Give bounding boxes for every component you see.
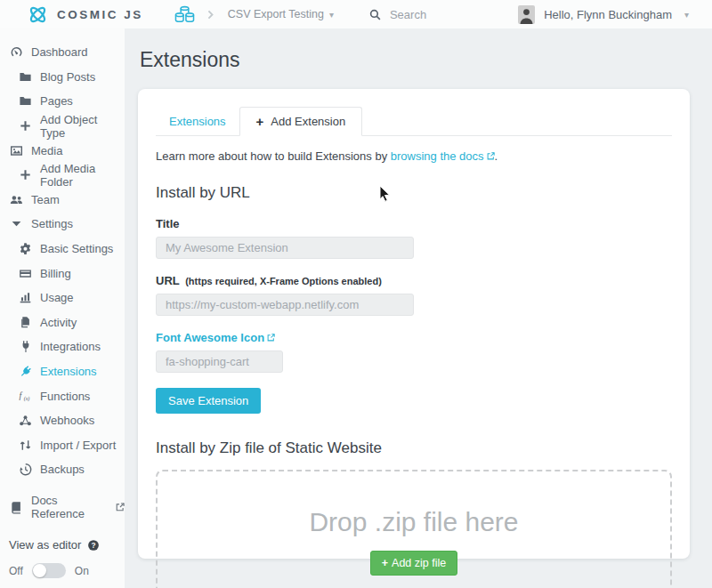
book-icon [9, 501, 23, 514]
editor-toggle-row: Off On [0, 563, 125, 578]
sidebar-item-blog-posts[interactable]: Blog Posts [0, 65, 125, 90]
intro-after: . [495, 149, 498, 163]
import-export-icon [18, 439, 32, 452]
sidebar-item-basic-settings[interactable]: Basic Settings [0, 237, 125, 262]
search-input[interactable] [388, 7, 495, 22]
install-zip-heading: Install by Zip file of Static Website [156, 439, 672, 457]
sidebar-item-extensions[interactable]: Extensions [0, 359, 125, 384]
users-icon [9, 193, 23, 206]
main-content: Extensions Extensions + Add Extension Le… [125, 28, 712, 588]
plus-icon [18, 119, 32, 133]
icon-input[interactable] [156, 350, 283, 373]
tab-add-extension[interactable]: + Add Extension [239, 107, 363, 136]
title-input[interactable] [156, 237, 414, 259]
bar-chart-icon [18, 291, 32, 304]
tab-label: Add Extension [271, 115, 345, 128]
cosmic-logo-icon [27, 4, 49, 26]
caret-down-icon: ▾ [684, 10, 689, 20]
sidebar-item-label: Functions [40, 390, 90, 403]
url-hint-text: (https required, X-Frame Options enabled… [185, 276, 382, 286]
svg-text:?: ? [92, 541, 96, 550]
sidebar-item-webhooks[interactable]: Webhooks [0, 408, 125, 433]
credit-card-icon [18, 267, 32, 280]
sidebar-item-label: Backups [40, 463, 85, 476]
url-label-main: URL [156, 274, 179, 287]
sidebar-item-label: Webhooks [40, 414, 94, 427]
save-extension-button[interactable]: Save Extension [156, 388, 261, 414]
bucket-selector[interactable]: CSV Export Testing ▾ [174, 5, 334, 24]
plug-icon [18, 340, 32, 353]
external-link-icon [116, 501, 125, 514]
docs-link[interactable]: browsing the docs [391, 149, 484, 163]
zip-drop-zone[interactable]: Drop .zip file here +Add zip file [156, 470, 672, 588]
url-input[interactable] [156, 294, 414, 316]
sidebar-item-label: Pages [40, 94, 73, 108]
question-circle-icon[interactable]: ? [87, 539, 100, 552]
sidebar-item-label: Team [31, 193, 60, 206]
sidebar-item-add-media-folder[interactable]: Add Media Folder [0, 163, 125, 188]
extensions-card: Extensions + Add Extension Learn more ab… [138, 89, 690, 559]
sidebar-item-pages[interactable]: Pages [0, 89, 125, 114]
plus-icon: + [256, 115, 264, 128]
sidebar-item-label: Settings [31, 217, 73, 230]
sidebar-item-label: Add Object Type [40, 113, 125, 140]
plug-angle-icon [18, 365, 32, 378]
sidebar-item-media[interactable]: Media [0, 138, 125, 163]
sidebar-item-label: Blog Posts [40, 70, 95, 84]
sidebar-item-dashboard[interactable]: Dashboard [0, 40, 125, 65]
sidebar-item-label: Import / Export [40, 439, 116, 452]
url-label: URL (https required, X-Frame Options ena… [156, 274, 672, 287]
font-awesome-link-row: Font Awesome Icon [156, 331, 672, 344]
sidebar-item-label: Integrations [40, 340, 101, 353]
brand-name: COSMIC JS [57, 8, 143, 21]
plus-icon: + [382, 557, 388, 569]
buckets-icon [174, 5, 196, 24]
sidebar-item-import-export[interactable]: Import / Export [0, 433, 125, 458]
dashboard-icon [9, 45, 23, 59]
tab-bar: Extensions + Add Extension [156, 107, 672, 136]
sidebar-item-label: Basic Settings [40, 242, 113, 255]
sidebar-item-functions[interactable]: f(x)Functions [0, 383, 125, 408]
top-bar: COSMIC JS CSV Export Testing ▾ Hello [0, 0, 712, 28]
chevron-right-icon [206, 10, 214, 20]
avatar [518, 5, 535, 24]
drop-zone-text: Drop .zip file here [309, 507, 518, 537]
sidebar-item-label: Billing [40, 267, 71, 280]
editor-toggle[interactable] [32, 563, 66, 578]
image-icon [9, 144, 23, 157]
bucket-name: CSV Export Testing [228, 8, 324, 20]
sidebar-item-billing[interactable]: Billing [0, 261, 125, 286]
sidebar-item-settings[interactable]: Settings [0, 212, 125, 237]
sidebar-item-add-object-type[interactable]: Add Object Type [0, 114, 125, 139]
sidebar-item-label: Usage [40, 291, 74, 304]
add-zip-file-button[interactable]: +Add zip file [370, 551, 457, 576]
external-link-icon [487, 149, 495, 163]
caret-down-icon [9, 217, 23, 230]
sidebar-item-team[interactable]: Team [0, 188, 125, 213]
toggle-knob [33, 564, 46, 577]
sidebar-item-usage[interactable]: Usage [0, 286, 125, 310]
sidebar-item-activity[interactable]: Activity [0, 310, 125, 335]
svg-text:(x): (x) [23, 396, 29, 402]
sidebar-item-label: Docs Reference [31, 494, 109, 520]
sidebar-item-label: Dashboard [31, 45, 88, 59]
caret-down-icon: ▾ [329, 10, 334, 20]
brand-logo[interactable]: COSMIC JS [27, 4, 143, 26]
folder-icon [18, 94, 32, 108]
sidebar-item-integrations[interactable]: Integrations [0, 334, 125, 359]
tab-extensions[interactable]: Extensions [156, 107, 239, 136]
external-link-icon [267, 331, 275, 344]
page-title: Extensions [140, 48, 690, 72]
user-menu[interactable]: Hello, Flynn Buckingham ▾ [518, 5, 689, 24]
font-awesome-link[interactable]: Font Awesome Icon [156, 331, 264, 344]
sidebar-item-backups[interactable]: Backups [0, 457, 125, 482]
search-icon [369, 9, 381, 20]
sidebar-nav: DashboardBlog PostsPagesAdd Object TypeM… [0, 40, 125, 482]
view-as-editor-row: View as editor ? [0, 538, 125, 552]
sidebar-item-docs-reference[interactable]: Docs Reference [0, 495, 125, 520]
intro-text: Learn more about how to build Extensions… [156, 149, 672, 163]
sidebar-item-label: Media [31, 144, 62, 157]
history-icon [18, 463, 32, 476]
sidebar-item-label: Extensions [40, 365, 97, 378]
view-as-editor-label: View as editor [9, 538, 81, 552]
